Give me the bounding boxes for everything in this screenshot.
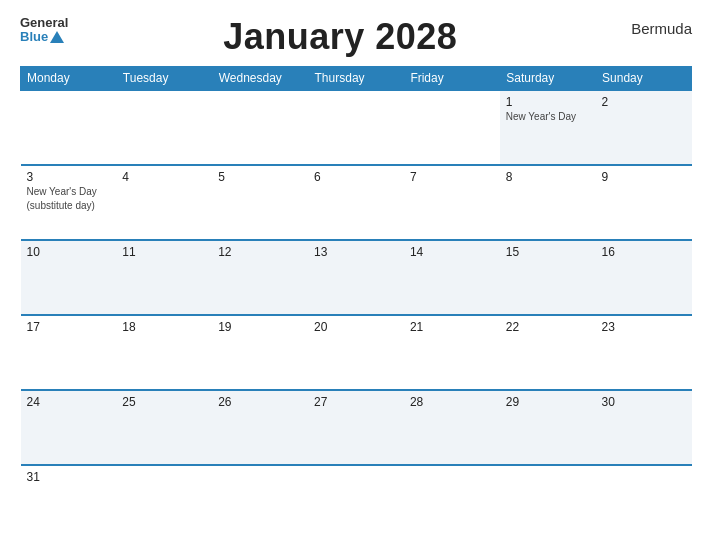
calendar-cell [308, 465, 404, 540]
calendar-week-row: 17181920212223 [21, 315, 692, 390]
calendar-cell: 3New Year's Day(substitute day) [21, 165, 117, 240]
day-number: 17 [27, 320, 111, 334]
calendar-cell: 28 [404, 390, 500, 465]
calendar-cell: 31 [21, 465, 117, 540]
calendar-cell: 6 [308, 165, 404, 240]
calendar-cell: 4 [116, 165, 212, 240]
calendar-cell: 2 [596, 90, 692, 165]
logo-triangle-icon [50, 31, 64, 43]
day-number: 25 [122, 395, 206, 409]
calendar-cell: 29 [500, 390, 596, 465]
day-number: 26 [218, 395, 302, 409]
day-number: 7 [410, 170, 494, 184]
day-number: 15 [506, 245, 590, 259]
col-monday: Monday [21, 67, 117, 91]
calendar-week-row: 31 [21, 465, 692, 540]
day-number: 8 [506, 170, 590, 184]
calendar-cell: 14 [404, 240, 500, 315]
day-number: 31 [27, 470, 111, 484]
event-label: New Year's Day [506, 110, 590, 123]
col-saturday: Saturday [500, 67, 596, 91]
day-number: 19 [218, 320, 302, 334]
col-sunday: Sunday [596, 67, 692, 91]
calendar-cell [500, 465, 596, 540]
calendar-cell [596, 465, 692, 540]
calendar-cell: 8 [500, 165, 596, 240]
day-number: 9 [602, 170, 686, 184]
calendar-cell: 13 [308, 240, 404, 315]
day-number: 14 [410, 245, 494, 259]
calendar-page: General Blue January 2028 Bermuda Monday… [0, 0, 712, 550]
days-header-row: Monday Tuesday Wednesday Thursday Friday… [21, 67, 692, 91]
calendar-cell: 26 [212, 390, 308, 465]
calendar-cell: 25 [116, 390, 212, 465]
calendar-cell [21, 90, 117, 165]
day-number: 6 [314, 170, 398, 184]
calendar-cell: 19 [212, 315, 308, 390]
calendar-table: Monday Tuesday Wednesday Thursday Friday… [20, 66, 692, 540]
day-number: 20 [314, 320, 398, 334]
day-number: 10 [27, 245, 111, 259]
col-wednesday: Wednesday [212, 67, 308, 91]
day-number: 4 [122, 170, 206, 184]
calendar-cell: 15 [500, 240, 596, 315]
logo: General Blue [20, 16, 68, 45]
calendar-cell: 12 [212, 240, 308, 315]
calendar-cell: 1New Year's Day [500, 90, 596, 165]
day-number: 11 [122, 245, 206, 259]
region-label: Bermuda [612, 16, 692, 37]
calendar-cell [308, 90, 404, 165]
calendar-cell [404, 90, 500, 165]
calendar-cell: 21 [404, 315, 500, 390]
calendar-title: January 2028 [223, 16, 457, 57]
calendar-week-row: 1New Year's Day2 [21, 90, 692, 165]
calendar-cell: 9 [596, 165, 692, 240]
col-tuesday: Tuesday [116, 67, 212, 91]
logo-general-text: General [20, 16, 68, 30]
calendar-cell: 5 [212, 165, 308, 240]
calendar-week-row: 3New Year's Day(substitute day)456789 [21, 165, 692, 240]
calendar-cell [116, 90, 212, 165]
calendar-week-row: 10111213141516 [21, 240, 692, 315]
calendar-cell: 20 [308, 315, 404, 390]
calendar-cell [212, 465, 308, 540]
day-number: 13 [314, 245, 398, 259]
calendar-cell: 17 [21, 315, 117, 390]
calendar-cell: 16 [596, 240, 692, 315]
calendar-cell: 18 [116, 315, 212, 390]
calendar-cell [404, 465, 500, 540]
calendar-cell: 10 [21, 240, 117, 315]
calendar-cell: 30 [596, 390, 692, 465]
event-label: New Year's Day [27, 185, 111, 198]
logo-blue-text: Blue [20, 30, 48, 44]
day-number: 2 [602, 95, 686, 109]
day-number: 3 [27, 170, 111, 184]
calendar-cell: 23 [596, 315, 692, 390]
day-number: 1 [506, 95, 590, 109]
calendar-cell: 27 [308, 390, 404, 465]
col-thursday: Thursday [308, 67, 404, 91]
day-number: 23 [602, 320, 686, 334]
day-number: 22 [506, 320, 590, 334]
calendar-cell: 22 [500, 315, 596, 390]
day-number: 28 [410, 395, 494, 409]
title-area: January 2028 [68, 16, 612, 58]
day-number: 16 [602, 245, 686, 259]
day-number: 29 [506, 395, 590, 409]
col-friday: Friday [404, 67, 500, 91]
calendar-cell [212, 90, 308, 165]
calendar-cell [116, 465, 212, 540]
day-number: 30 [602, 395, 686, 409]
calendar-cell: 24 [21, 390, 117, 465]
day-number: 21 [410, 320, 494, 334]
day-number: 24 [27, 395, 111, 409]
event-label: (substitute day) [27, 199, 111, 212]
calendar-week-row: 24252627282930 [21, 390, 692, 465]
day-number: 27 [314, 395, 398, 409]
day-number: 12 [218, 245, 302, 259]
day-number: 18 [122, 320, 206, 334]
calendar-cell: 11 [116, 240, 212, 315]
header: General Blue January 2028 Bermuda [20, 16, 692, 58]
day-number: 5 [218, 170, 302, 184]
calendar-cell: 7 [404, 165, 500, 240]
